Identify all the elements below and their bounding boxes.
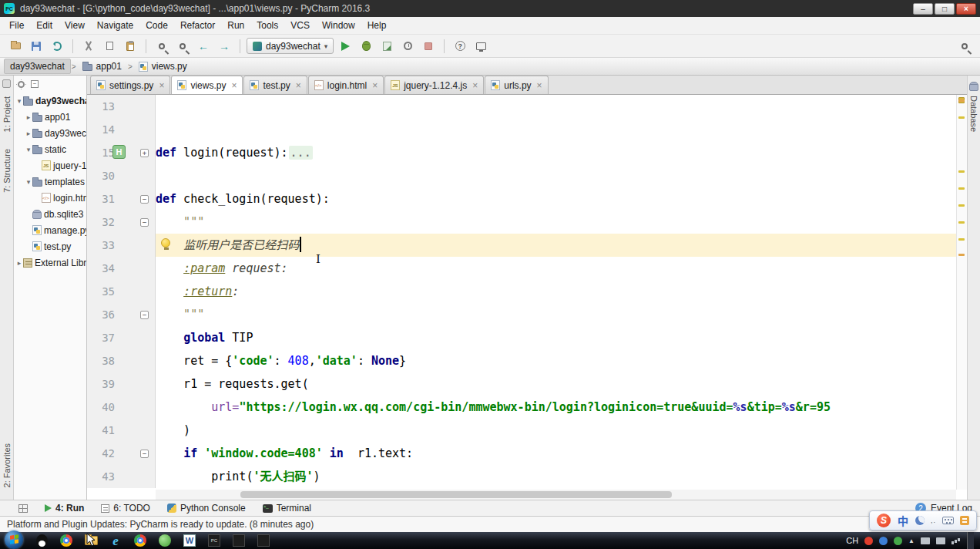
stop-button[interactable] <box>419 37 438 56</box>
stripe-mark[interactable] <box>958 187 965 190</box>
tool-strip-favorites[interactable]: 2: Favorites <box>2 443 12 487</box>
ime-language-indicator[interactable]: 中 <box>898 513 908 528</box>
tree-item-External Libraries[interactable]: ▸External Libraries <box>14 254 86 271</box>
tab-settings.py[interactable]: settings.py× <box>90 76 170 94</box>
horizontal-scrollbar[interactable] <box>156 490 956 500</box>
tree-item-test.py[interactable]: test.py <box>14 238 86 254</box>
tray-qq-icon[interactable] <box>879 537 888 545</box>
tree-item-login.html[interactable]: login.html <box>14 190 86 206</box>
tray-network-icon[interactable] <box>951 537 961 544</box>
language-indicator[interactable]: CH <box>846 536 858 545</box>
toolwindow-button-Python Console[interactable]: Python Console <box>167 503 246 514</box>
search-everywhere-icon[interactable] <box>955 37 974 56</box>
taskbar-app2-icon[interactable] <box>251 532 276 549</box>
tool-strip-icon[interactable] <box>2 79 11 88</box>
toolwindow-button-6: TODO[interactable]: 6: TODO <box>101 503 150 514</box>
menu-item-tools[interactable]: Tools <box>250 19 284 32</box>
run-button[interactable] <box>336 37 354 56</box>
tool-strip-structure[interactable]: 7: Structure <box>2 149 12 193</box>
stripe-mark[interactable] <box>958 170 965 173</box>
taskbar-browser-icon[interactable] <box>153 532 177 549</box>
tree-item-db.sqlite3[interactable]: db.sqlite3 <box>14 206 86 222</box>
menu-item-vcs[interactable]: VCS <box>284 19 316 32</box>
menu-item-run[interactable]: Run <box>221 19 250 32</box>
run-config-select[interactable]: day93wechat▾ <box>247 38 334 54</box>
menu-item-code[interactable]: Code <box>139 19 174 32</box>
uml-icon[interactable] <box>472 37 490 56</box>
menu-item-view[interactable]: View <box>59 19 91 32</box>
tree-item-templates[interactable]: ▾templates <box>14 173 86 190</box>
tree-item-static[interactable]: ▾static <box>14 141 86 157</box>
forward-icon[interactable]: → <box>215 37 233 56</box>
help-icon[interactable] <box>451 37 469 56</box>
tab-close-icon[interactable]: × <box>372 80 378 91</box>
code-editor[interactable]: 131415+Hdef login(request):...3031−def c… <box>87 95 967 500</box>
close-button[interactable]: × <box>956 3 976 15</box>
taskbar-app1-icon[interactable] <box>227 532 251 549</box>
show-desktop-button[interactable] <box>967 532 974 549</box>
synchronize-icon[interactable] <box>48 37 66 56</box>
stripe-mark[interactable] <box>958 116 965 119</box>
profile-button[interactable] <box>398 37 417 56</box>
menu-item-refactor[interactable]: Refactor <box>174 19 221 32</box>
fold-marker[interactable]: − <box>140 450 149 458</box>
fold-marker[interactable]: + <box>140 149 149 157</box>
cut-icon[interactable] <box>79 37 98 56</box>
tree-item-app01[interactable]: ▸app01 <box>14 109 86 125</box>
collapse-all-icon[interactable] <box>31 80 39 88</box>
menu-item-edit[interactable]: Edit <box>30 19 59 32</box>
status-message[interactable]: Platform and Plugin Updates: PyCharm is … <box>7 519 314 530</box>
menu-item-window[interactable]: Window <box>316 19 361 32</box>
stripe-mark[interactable] <box>958 204 965 207</box>
tree-item-day93wechat[interactable]: ▾day93wechat <box>14 93 86 109</box>
gear-icon[interactable] <box>18 81 25 88</box>
open-project-icon[interactable] <box>6 37 25 56</box>
tree-item-day93wechat[interactable]: ▸day93wechat <box>14 125 86 141</box>
taskbar-ie-icon[interactable]: e <box>103 532 128 549</box>
taskbar-chrome2-icon[interactable] <box>128 532 153 549</box>
maximize-button[interactable]: □ <box>935 3 955 15</box>
menu-item-file[interactable]: File <box>3 19 30 32</box>
tool-strip-database[interactable]: Database <box>969 96 978 132</box>
fold-marker[interactable]: − <box>140 195 149 204</box>
stripe-mark[interactable] <box>958 254 965 256</box>
breadcrumb-item-views.py[interactable]: views.py <box>133 59 193 73</box>
toolwindow-button-Terminal[interactable]: Terminal <box>263 503 311 514</box>
toolwindow-button-4: Run[interactable]: 4: Run <box>45 503 84 514</box>
replace-icon[interactable] <box>173 37 192 56</box>
breadcrumb-item-day93wechat[interactable]: day93wechat <box>4 59 71 74</box>
back-icon[interactable]: ← <box>194 37 213 56</box>
sogou-logo-icon[interactable]: S <box>877 514 891 527</box>
taskbar-chrome-icon[interactable] <box>54 532 79 549</box>
tray-security-icon[interactable] <box>894 537 902 545</box>
tab-jquery-1.12.4.js[interactable]: jquery-1.12.4.js× <box>384 76 484 94</box>
taskbar-word-icon[interactable]: W <box>177 532 202 549</box>
tray-monitor-icon[interactable] <box>921 537 930 544</box>
fold-marker[interactable]: − <box>140 218 149 227</box>
minimize-button[interactable]: – <box>913 3 933 15</box>
tree-item-manage.py[interactable]: manage.py <box>14 222 86 238</box>
stripe-mark[interactable] <box>958 221 965 224</box>
fold-marker[interactable]: − <box>140 311 149 319</box>
tab-urls.py[interactable]: urls.py× <box>485 76 548 94</box>
menu-item-help[interactable]: Help <box>361 19 393 32</box>
stripe-mark[interactable] <box>958 99 965 102</box>
tab-close-icon[interactable]: × <box>472 80 478 91</box>
stripe-mark[interactable] <box>958 238 965 241</box>
tab-test.py[interactable]: test.py× <box>243 76 307 94</box>
tab-views.py[interactable]: views.py× <box>171 76 243 94</box>
tool-strip-project[interactable]: 1: Project <box>2 96 12 132</box>
tab-login.html[interactable]: login.html× <box>308 76 384 94</box>
tab-close-icon[interactable]: × <box>159 80 164 91</box>
error-stripe[interactable] <box>956 95 967 490</box>
intention-bulb-icon[interactable] <box>161 238 170 248</box>
coverage-button[interactable] <box>378 37 396 56</box>
tab-close-icon[interactable]: × <box>296 80 301 91</box>
tray-sogou-icon[interactable] <box>864 537 873 545</box>
taskbar-pycharm-icon[interactable]: PC <box>202 532 227 549</box>
save-all-icon[interactable] <box>27 37 45 56</box>
tray-expand-icon[interactable]: ▲ <box>908 537 915 544</box>
debug-button[interactable] <box>357 37 375 56</box>
taskbar-qq-icon[interactable] <box>29 532 54 549</box>
copy-icon[interactable] <box>100 37 119 56</box>
